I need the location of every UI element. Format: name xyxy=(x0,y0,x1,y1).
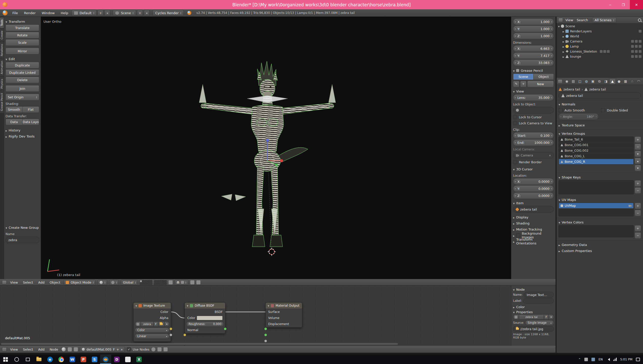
tab-create[interactable]: Create xyxy=(0,29,4,41)
render-restrict-icon[interactable] xyxy=(639,40,641,43)
view-menu[interactable]: View xyxy=(9,281,19,284)
node-editor[interactable]: Image Texture Color Alpha zebra F Color xyxy=(0,286,511,346)
flat-button[interactable]: Flat xyxy=(22,106,39,113)
node-name-field[interactable]: Image Text... xyxy=(524,292,554,298)
menu-render[interactable]: Render xyxy=(21,11,38,15)
tab-animation[interactable]: Animation xyxy=(0,59,4,76)
set-origin-dropdown[interactable]: Set Origin xyxy=(6,94,39,100)
shape-keys-list[interactable] xyxy=(559,180,634,194)
roughness-slider[interactable]: Roughness: 0.000 xyxy=(186,322,224,327)
bsdf-output-socket[interactable] xyxy=(224,327,227,330)
visibility-icon[interactable] xyxy=(631,50,634,53)
viewport-shading-select[interactable] xyxy=(98,280,107,285)
outliner-row-world[interactable]: World xyxy=(557,34,643,39)
material-output-node[interactable]: Material Output Surface Volume Displacem… xyxy=(265,302,302,328)
lock-camera-row[interactable]: Lock Camera to View xyxy=(513,120,554,126)
lens-field[interactable]: Lens:35.000 xyxy=(513,94,554,101)
uvmap-row-selected[interactable]: UVMap xyxy=(559,203,633,209)
vgroup-add-button[interactable] xyxy=(635,136,641,143)
data-layout-button[interactable]: Data Layo xyxy=(22,119,39,125)
color-panel-header[interactable]: Color xyxy=(513,304,554,309)
tab-material[interactable]: ● xyxy=(616,78,622,84)
lock-to-object-field[interactable] xyxy=(513,107,554,113)
scale-x-field[interactable]: X:1.000 xyxy=(513,18,554,25)
history-panel-header[interactable]: History xyxy=(6,127,39,133)
node-view-menu[interactable]: View xyxy=(9,348,19,351)
tab-physics[interactable]: Physics xyxy=(0,77,4,91)
lock-icon[interactable] xyxy=(169,280,173,284)
app-button-green[interactable]: X xyxy=(133,355,145,364)
open-image-button[interactable] xyxy=(158,322,164,327)
pivot-select[interactable] xyxy=(109,280,119,285)
diffuse-bsdf-node[interactable]: Diffuse BSDF BSDF Color Roughness: 0.000… xyxy=(185,302,225,334)
x-icon[interactable] xyxy=(121,348,123,351)
lock-to-cursor-checkbox[interactable] xyxy=(513,115,517,119)
node-add-menu[interactable]: Add xyxy=(37,348,46,351)
lock-camera-checkbox[interactable] xyxy=(513,121,517,125)
render-restrict-icon[interactable] xyxy=(639,30,641,33)
tab-particles[interactable]: ∴ xyxy=(629,78,635,84)
outliner-row-camera[interactable]: Camera xyxy=(557,39,643,44)
image-filepath-field[interactable]: //zebra tail.jpg xyxy=(513,326,554,332)
node-collapse-icon[interactable] xyxy=(135,304,137,307)
node-node-menu[interactable]: Node xyxy=(48,348,60,351)
double-sided-checkbox[interactable] xyxy=(601,108,605,112)
tab-constraints[interactable]: ⧉ xyxy=(596,78,603,84)
search-icon[interactable] xyxy=(638,18,641,22)
rotate-button[interactable]: Rotate xyxy=(6,32,39,38)
auto-smooth-checkbox[interactable] xyxy=(559,108,563,112)
node-editor-hscrollbar[interactable] xyxy=(1,343,398,345)
use-nodes-row[interactable]: Use Nodes xyxy=(127,346,149,352)
duplicate-button[interactable]: Duplicate xyxy=(6,62,39,69)
file-explorer-button[interactable] xyxy=(33,355,44,364)
render-engine-select[interactable]: Cycles Render xyxy=(153,10,184,16)
gp-object-button[interactable]: Object xyxy=(534,74,554,80)
node-collapse-icon[interactable] xyxy=(268,304,269,307)
tray-app-icon[interactable] xyxy=(591,358,595,361)
node-collapse-icon[interactable] xyxy=(187,304,188,307)
language-indicator[interactable]: EN xyxy=(599,358,603,361)
vertex-groups-panel-header[interactable]: Vertex Groups xyxy=(559,130,641,136)
image-browse-button[interactable] xyxy=(513,314,519,320)
select-menu[interactable]: Select xyxy=(21,281,35,284)
outliner-view-menu[interactable]: View xyxy=(564,18,574,22)
angle-field[interactable]: Angle: 180° xyxy=(559,113,599,120)
tab-render[interactable]: ◉ xyxy=(564,78,570,84)
join-button[interactable]: Join xyxy=(6,85,39,92)
outliner-row-lamp[interactable]: Lamp xyxy=(557,44,643,49)
app-button-white[interactable] xyxy=(122,355,133,364)
vertex-group-row[interactable]: Bone_COG.001 xyxy=(559,142,633,148)
node-editor-icon[interactable] xyxy=(2,347,7,351)
x-icon[interactable] xyxy=(549,153,551,157)
tab-physics[interactable]: ◠ xyxy=(635,78,642,84)
mirror-button[interactable]: Mirror xyxy=(6,48,39,54)
layer-widget-group-1[interactable] xyxy=(140,280,152,285)
outliner-row-renderlayers[interactable]: RenderLayers xyxy=(557,29,643,34)
node-properties-panel-header[interactable]: Properties xyxy=(513,309,554,314)
tray-app-icon[interactable] xyxy=(584,358,588,361)
vertex-group-row[interactable]: Bone_Tail_6 xyxy=(559,137,633,142)
vertex-group-row-selected[interactable]: Bone_COG_R xyxy=(559,159,633,165)
view-panel-header[interactable]: View xyxy=(513,88,554,94)
cortana-button[interactable] xyxy=(11,355,22,364)
vertex-colors-list[interactable] xyxy=(559,225,634,237)
fake-user-button[interactable]: F xyxy=(153,322,158,327)
smooth-button[interactable]: Smooth xyxy=(6,106,22,113)
cursor-x-field[interactable]: X:0.0000 xyxy=(513,178,554,185)
geometry-data-panel-header[interactable]: Geometry Data xyxy=(559,242,641,248)
gp-draw-icon-button[interactable]: ✎ xyxy=(513,81,519,87)
image-name[interactable]: zebra tai xyxy=(519,314,544,320)
render-restrict-icon[interactable] xyxy=(639,50,641,53)
tab-relations[interactable]: Relations xyxy=(0,42,4,58)
vgroup-move-down-button[interactable]: ▾ xyxy=(635,165,641,171)
delete-layout-button[interactable] xyxy=(104,10,110,16)
color-output-socket[interactable] xyxy=(169,327,172,330)
add-layout-button[interactable] xyxy=(98,10,103,16)
item-name-field[interactable]: zebera tail xyxy=(513,206,554,213)
render-border-checkbox[interactable] xyxy=(513,160,517,164)
color-space-select[interactable]: Color xyxy=(135,328,169,333)
tab-object-data[interactable]: ▲ xyxy=(609,78,616,84)
volume-icon[interactable] xyxy=(606,358,610,361)
scale-button[interactable]: Scale xyxy=(6,39,39,46)
menu-help[interactable]: Help xyxy=(58,11,71,15)
